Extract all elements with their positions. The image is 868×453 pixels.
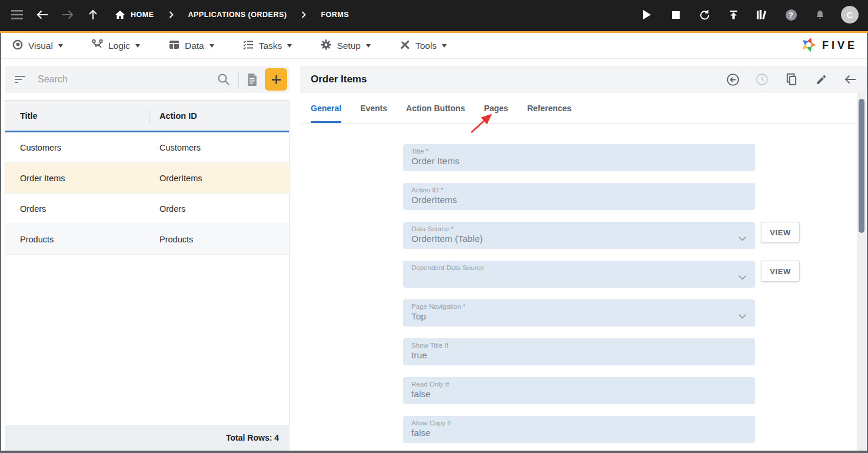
field-value: OrderItem (Table): [411, 234, 731, 244]
tab-references[interactable]: References: [527, 93, 572, 123]
field-data-source[interactable]: Data Source * OrderItem (Table): [403, 222, 755, 249]
five-pinwheel-icon: [800, 36, 817, 56]
breadcrumb-forms[interactable]: FORMS: [321, 11, 349, 19]
cell-action-id: Products: [149, 235, 193, 244]
stop-icon[interactable]: [668, 7, 683, 22]
chevron-down-icon: [739, 272, 746, 282]
field-value: Top: [411, 311, 731, 322]
library-icon[interactable]: [754, 7, 770, 22]
record-form: Title * Order Items Action ID * OrderIte…: [300, 124, 857, 451]
field-value: Order Items: [411, 156, 731, 166]
add-record-button[interactable]: [265, 68, 287, 91]
table-row[interactable]: Orders Orders: [5, 194, 289, 224]
tab-label: Events: [360, 104, 387, 113]
cell-title: Order Items: [5, 174, 149, 183]
tab-general[interactable]: General: [311, 93, 341, 123]
copy-icon[interactable]: [784, 72, 799, 86]
caret-down-icon: [135, 44, 140, 48]
menu-label: Data: [185, 41, 204, 51]
edit-icon[interactable]: [814, 72, 828, 86]
column-header-title[interactable]: Title: [5, 111, 149, 121]
field-dependent-data-source[interactable]: Dependent Data Source: [403, 261, 755, 288]
menu-data[interactable]: Data: [168, 39, 214, 53]
return-icon[interactable]: [726, 72, 740, 86]
column-header-action-id[interactable]: Action ID: [149, 111, 197, 121]
search-icon[interactable]: [217, 73, 230, 86]
caret-down-icon: [209, 44, 214, 48]
total-rows-label: Total Rows: 4: [226, 433, 279, 442]
menu-tools[interactable]: Tools: [399, 39, 447, 53]
field-label: Page Navigation *: [411, 303, 731, 310]
tab-label: General: [311, 104, 341, 113]
window-border-left: [0, 33, 1, 453]
field-read-only-if[interactable]: Read Only If false: [403, 377, 755, 404]
field-show-title-if[interactable]: Show Title If true: [403, 338, 755, 365]
record-tabs: General Events Action Buttons Pages Refe…: [300, 93, 857, 124]
view-data-source-button[interactable]: VIEW: [761, 222, 800, 243]
back-icon[interactable]: [35, 7, 50, 22]
chevron-right-icon: [301, 7, 307, 22]
deploy-icon[interactable]: [726, 7, 741, 22]
record-header: Order Items: [300, 66, 867, 93]
forms-table: Title Action ID Customers Customers Orde…: [5, 100, 290, 425]
tools-icon: [399, 39, 411, 53]
restart-icon[interactable]: [697, 7, 712, 22]
table-header: Title Action ID: [5, 101, 289, 132]
filter-icon[interactable]: [14, 75, 26, 84]
caret-down-icon: [287, 44, 292, 48]
up-icon[interactable]: [85, 7, 101, 22]
field-title[interactable]: Title * Order Items: [403, 144, 755, 171]
menu-logic[interactable]: Logic: [91, 39, 140, 53]
collapse-panel-icon[interactable]: [843, 72, 857, 86]
logic-icon: [91, 39, 104, 53]
view-dependent-data-source-button[interactable]: VIEW: [761, 261, 800, 282]
menu-tasks[interactable]: Tasks: [242, 39, 292, 53]
document-icon[interactable]: [247, 73, 258, 86]
menu-icon[interactable]: [9, 7, 25, 22]
breadcrumb-home[interactable]: HOME: [115, 10, 154, 19]
cell-action-id: OrderItems: [149, 174, 202, 183]
field-value: false: [411, 389, 731, 399]
field-value: false: [411, 428, 731, 438]
scrollbar-thumb[interactable]: [859, 99, 864, 233]
avatar[interactable]: C: [841, 6, 859, 24]
caret-down-icon: [58, 44, 63, 48]
table-row[interactable]: Products Products: [5, 224, 289, 255]
table-row[interactable]: Customers Customers: [5, 132, 289, 163]
table-footer: Total Rows: 4: [5, 425, 290, 451]
home-icon: [115, 10, 125, 19]
menu-label: Setup: [337, 41, 361, 51]
field-page-navigation[interactable]: Page Navigation * Top: [403, 299, 755, 327]
menu-visual[interactable]: Visual: [12, 39, 63, 53]
menu-setup[interactable]: Setup: [320, 39, 371, 53]
tasks-icon: [242, 39, 254, 53]
tab-events[interactable]: Events: [360, 93, 387, 123]
cell-title: Customers: [5, 143, 149, 152]
tab-pages[interactable]: Pages: [484, 93, 508, 123]
column-divider: [149, 109, 149, 124]
table-row-selected[interactable]: Order Items OrderItems: [5, 163, 289, 194]
chevron-down-icon: [739, 233, 746, 244]
menu-label: Tasks: [259, 41, 282, 51]
caret-down-icon: [366, 44, 371, 48]
notifications-icon[interactable]: [812, 7, 827, 22]
forward-icon[interactable]: [60, 7, 75, 22]
help-icon[interactable]: ?: [783, 7, 799, 22]
breadcrumb-applications[interactable]: APPLICATIONS (ORDERS): [188, 11, 287, 19]
search-input[interactable]: [38, 74, 217, 85]
chevron-down-icon: [739, 311, 746, 321]
field-label: Action ID *: [411, 186, 731, 194]
breadcrumb-label: FORMS: [321, 11, 349, 19]
menu-bar: Visual Logic Data Ta: [0, 33, 868, 59]
field-label: Data Source *: [411, 225, 731, 232]
visual-icon: [12, 39, 24, 53]
history-icon[interactable]: [755, 72, 769, 86]
question-mark: ?: [786, 9, 797, 21]
tab-label: Pages: [484, 104, 508, 113]
breadcrumb: HOME APPLICATIONS (ORDERS) FORMS: [115, 7, 349, 22]
field-allow-copy-if[interactable]: Allow Copy If false: [403, 416, 755, 443]
vertical-scrollbar[interactable]: [857, 93, 866, 451]
field-action-id[interactable]: Action ID * OrderItems: [403, 183, 755, 210]
tab-action-buttons[interactable]: Action Buttons: [406, 93, 465, 123]
run-icon[interactable]: [639, 7, 654, 22]
